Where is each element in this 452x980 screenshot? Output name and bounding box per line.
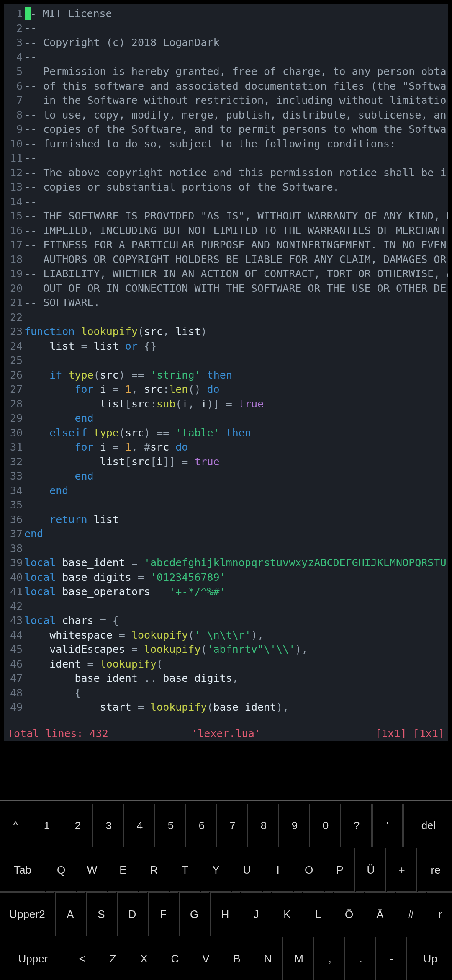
code-line[interactable]: 25	[4, 353, 448, 368]
line-content[interactable]: local chars = {	[24, 614, 448, 628]
code-line[interactable]: 6-- of this software and associated docu…	[4, 79, 448, 94]
line-content[interactable]: -- to use, copy, modify, merge, publish,…	[24, 108, 448, 123]
line-content[interactable]: -- The above copyright notice and this p…	[24, 166, 448, 181]
key-del[interactable]: del	[403, 804, 452, 847]
key-s[interactable]: S	[86, 892, 116, 936]
key-l[interactable]: L	[303, 892, 333, 936]
line-content[interactable]: for i = 1, src:len() do	[24, 382, 448, 397]
code-line[interactable]: 40local base_digits = '0123456789'	[4, 570, 448, 585]
key-2[interactable]: 2	[63, 804, 93, 847]
key-[interactable]: ^	[0, 804, 31, 847]
line-content[interactable]: list[src[i]] = true	[24, 455, 448, 469]
code-editor[interactable]: 1- MIT License2--3-- Copyright (c) 2018 …	[4, 4, 448, 741]
key-j[interactable]: J	[241, 892, 271, 936]
code-line[interactable]: 48 {	[4, 686, 448, 701]
key-g[interactable]: G	[179, 892, 209, 936]
line-content[interactable]: -- of this software and associated docum…	[24, 79, 448, 94]
line-content[interactable]: {	[24, 686, 448, 701]
line-content[interactable]: -- AUTHORS OR COPYRIGHT HOLDERS BE LIABL…	[24, 253, 448, 267]
code-line[interactable]: 30 elseif type(src) == 'table' then	[4, 426, 448, 441]
line-content[interactable]: function lookupify(src, list)	[24, 325, 448, 339]
code-line[interactable]: 42	[4, 599, 448, 614]
line-content[interactable]: end	[24, 527, 448, 542]
key-k[interactable]: K	[272, 892, 302, 936]
code-line[interactable]: 22	[4, 310, 448, 325]
code-line[interactable]: 4--	[4, 50, 448, 65]
key-x[interactable]: X	[129, 937, 159, 980]
line-content[interactable]: -- Copyright (c) 2018 LoganDark	[24, 36, 448, 50]
code-line[interactable]: 15-- THE SOFTWARE IS PROVIDED "AS IS", W…	[4, 209, 448, 224]
key-[interactable]: <	[67, 937, 97, 980]
line-content[interactable]: --	[24, 21, 448, 36]
key-f[interactable]: F	[148, 892, 178, 936]
key-[interactable]: .	[346, 937, 376, 980]
key-e[interactable]: E	[108, 848, 138, 892]
code-line[interactable]: 1- MIT License	[4, 7, 448, 21]
code-line[interactable]: 28 list[src:sub(i, i)] = true	[4, 397, 448, 412]
line-content[interactable]: -- IMPLIED, INCLUDING BUT NOT LIMITED TO…	[24, 224, 448, 238]
line-content[interactable]: whitespace = lookupify(' \n\t\r'),	[24, 628, 448, 643]
code-line[interactable]: 41local base_operators = '+-*/^%#'	[4, 585, 448, 599]
line-content[interactable]: -- Permission is hereby granted, free of…	[24, 64, 448, 79]
key-u[interactable]: U	[232, 848, 262, 892]
key-[interactable]: Ö	[334, 892, 364, 936]
line-content[interactable]: ident = lookupify(	[24, 657, 448, 672]
code-line[interactable]: 31 for i = 1, #src do	[4, 440, 448, 455]
line-content[interactable]: --	[24, 151, 448, 166]
code-lines[interactable]: 1- MIT License2--3-- Copyright (c) 2018 …	[4, 4, 448, 715]
key-n[interactable]: N	[253, 937, 283, 980]
code-line[interactable]: 3-- Copyright (c) 2018 LoganDark	[4, 36, 448, 50]
code-line[interactable]: 5-- Permission is hereby granted, free o…	[4, 64, 448, 79]
line-content[interactable]: -- furnished to do so, subject to the fo…	[24, 137, 448, 152]
code-line[interactable]: 44 whitespace = lookupify(' \n\t\r'),	[4, 628, 448, 643]
code-line[interactable]: 19-- LIABILITY, WHETHER IN AN ACTION OF …	[4, 267, 448, 281]
code-line[interactable]: 39local base_ident = 'abcdefghijklmnopqr…	[4, 556, 448, 570]
key-re[interactable]: re	[418, 848, 452, 892]
code-line[interactable]: 47 base_ident .. base_digits,	[4, 671, 448, 686]
key-w[interactable]: W	[77, 848, 107, 892]
line-content[interactable]: --	[24, 195, 448, 209]
line-content[interactable]: -- OUT OF OR IN CONNECTION WITH THE SOFT…	[24, 281, 448, 296]
key-[interactable]: +	[387, 848, 417, 892]
code-line[interactable]: 13-- copies or substantial portions of t…	[4, 180, 448, 195]
on-screen-keyboard[interactable]: ^1234567890?'delTabQWERTYUIOPÜ+reUpper2A…	[0, 800, 452, 980]
key-8[interactable]: 8	[249, 804, 279, 847]
line-content[interactable]: -- THE SOFTWARE IS PROVIDED "AS IS", WIT…	[24, 209, 448, 224]
code-line[interactable]: 49 start = lookupify(base_ident),	[4, 700, 448, 715]
key-0[interactable]: 0	[311, 804, 341, 847]
line-content[interactable]: start = lookupify(base_ident),	[24, 700, 448, 715]
key-z[interactable]: Z	[98, 937, 128, 980]
code-line[interactable]: 24 list = list or {}	[4, 339, 448, 354]
line-content[interactable]: end	[24, 411, 448, 426]
line-content[interactable]: validEscapes = lookupify('abfnrtv"\'\\')…	[24, 642, 448, 657]
key-o[interactable]: O	[294, 848, 324, 892]
key-up[interactable]: Up	[408, 937, 452, 980]
key-d[interactable]: D	[117, 892, 147, 936]
key-tab[interactable]: Tab	[0, 848, 45, 892]
code-line[interactable]: 34 end	[4, 484, 448, 498]
key-9[interactable]: 9	[280, 804, 310, 847]
key-b[interactable]: B	[222, 937, 252, 980]
key-[interactable]: #	[396, 892, 426, 936]
line-content[interactable]: -- copies or substantial portions of the…	[24, 180, 448, 195]
code-line[interactable]: 26 if type(src) == 'string' then	[4, 368, 448, 383]
line-content[interactable]: -- LIABILITY, WHETHER IN AN ACTION OF CO…	[24, 267, 448, 281]
key-[interactable]: -	[377, 937, 407, 980]
line-content[interactable]: list = list or {}	[24, 339, 448, 354]
line-content[interactable]: list[src:sub(i, i)] = true	[24, 397, 448, 412]
line-content[interactable]: local base_ident = 'abcdefghijklmnopqrst…	[24, 556, 448, 570]
key-y[interactable]: Y	[201, 848, 231, 892]
key-5[interactable]: 5	[156, 804, 186, 847]
line-content[interactable]: for i = 1, #src do	[24, 440, 448, 455]
line-content[interactable]: local base_operators = '+-*/^%#'	[24, 585, 448, 599]
line-content[interactable]: return list	[24, 513, 448, 527]
line-content[interactable]: -- FITNESS FOR A PARTICULAR PURPOSE AND …	[24, 238, 448, 253]
line-content[interactable]: - MIT License	[24, 7, 448, 21]
key-p[interactable]: P	[325, 848, 355, 892]
line-content[interactable]: -- SOFTWARE.	[24, 296, 448, 310]
code-line[interactable]: 2--	[4, 21, 448, 36]
key-upper2[interactable]: Upper2	[0, 892, 54, 936]
code-line[interactable]: 27 for i = 1, src:len() do	[4, 382, 448, 397]
code-line[interactable]: 8-- to use, copy, modify, merge, publish…	[4, 108, 448, 123]
code-line[interactable]: 38	[4, 542, 448, 556]
